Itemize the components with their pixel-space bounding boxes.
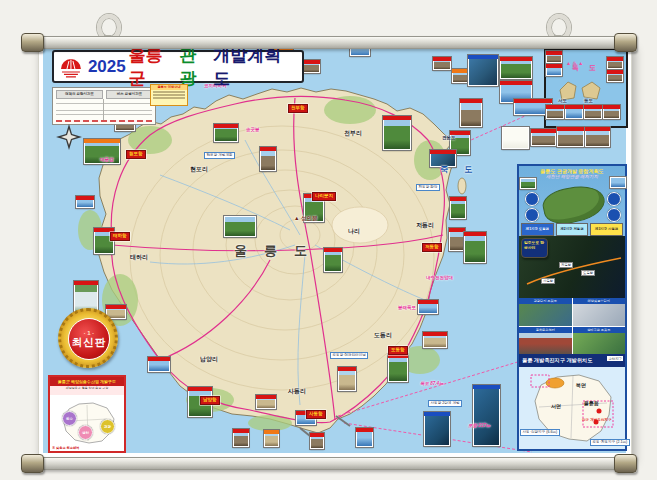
panel-island-graphic bbox=[540, 181, 608, 228]
promo-header-text: 울릉 개발촉진지구 개발위치도 bbox=[522, 357, 592, 363]
ulleung-gun-logo-icon bbox=[58, 55, 84, 79]
latest-edition-badge: · 1 · 최신판 bbox=[58, 308, 118, 368]
inset-circle-1: 취수 bbox=[62, 411, 77, 426]
map-title-box: 2025 울릉군 관광 개발계획도 bbox=[52, 50, 304, 83]
deep-sea-industry-inset: 울릉군 해양심층수산업 개발구도 해양심층수 활용 산업 육성 구상 취수 생산… bbox=[48, 375, 126, 453]
badge-inner-circle: · 1 · 최신판 bbox=[68, 318, 110, 360]
render-caption: 해양심층수단지 bbox=[573, 298, 626, 304]
schedule-table: 여객선 운항시간표 버스 운행시간표 bbox=[52, 87, 156, 125]
promo-side-box: 수산지구 bbox=[607, 356, 623, 361]
panel-satellite-section: 일주도로 항공사진 저동항 도동항 사동항 bbox=[519, 236, 625, 298]
top-rail bbox=[30, 36, 629, 49]
render-caption: 종합문화센터 bbox=[519, 327, 572, 333]
panel-zone-chips: 제1지구 도동권제2지구 저동권제3지구 사동권 bbox=[521, 223, 623, 236]
panel-zone-icon bbox=[607, 208, 621, 222]
rail-end-cap bbox=[21, 454, 44, 473]
schedule-right-header: 버스 운행시간표 bbox=[106, 90, 153, 99]
notice-text-line bbox=[153, 97, 185, 99]
satellite-label: 도동항 bbox=[581, 270, 595, 276]
notice-title: 울릉도 여행안내 bbox=[151, 85, 187, 90]
inset-subtitle: 해양심층수 활용 산업 육성 구상 bbox=[50, 386, 124, 395]
schedule-divider bbox=[103, 99, 104, 121]
title-year: 2025 bbox=[88, 57, 126, 77]
title-tourism: 관광 bbox=[180, 44, 214, 90]
inset-note: ※ 심층수 취수해역 bbox=[52, 446, 79, 450]
panel-zone-icon bbox=[525, 208, 539, 222]
wall-background: 울릉군 해양심층수산업 개발구도 해양심층수 활용 산업 육성 구상 취수 생산… bbox=[0, 0, 657, 480]
satellite-caption: 일주도로 항공사진 bbox=[521, 238, 548, 258]
location-island-drawing bbox=[521, 367, 623, 449]
satellite-label: 저동항 bbox=[559, 262, 573, 268]
dokdo-title: 독 도 bbox=[546, 63, 626, 73]
title-county: 울릉군 bbox=[129, 44, 180, 90]
rail-end-cap bbox=[21, 33, 44, 52]
dokdo-inset: 독 도 bbox=[544, 48, 628, 128]
panel-title-line2: 새천년 해양관광 레저기지 bbox=[519, 174, 625, 179]
inset-circle-2: 생산 bbox=[78, 425, 93, 440]
render-caption: 생태공원 조감도 bbox=[573, 327, 626, 333]
panel-render-grid: 관광단지 조감도해양심층수단지종합문화센터생태공원 조감도 bbox=[519, 298, 625, 354]
inset-header: 울릉군 해양심층수산업 개발구도 bbox=[50, 377, 124, 386]
render-thumbnail: 생태공원 조감도 bbox=[573, 327, 626, 355]
notice-text-line bbox=[153, 91, 185, 93]
compass-rose-icon bbox=[56, 124, 82, 150]
render-thumbnail: 종합문화센터 bbox=[519, 327, 572, 355]
panel-zone-icon bbox=[607, 192, 621, 206]
render-caption: 관광단지 조감도 bbox=[519, 298, 572, 304]
development-panel: 울릉도 관광개발 종합계획도 새천년 해양관광 레저기지 제1지구 도동권제2지… bbox=[517, 164, 627, 451]
rail-end-cap bbox=[614, 33, 637, 52]
promo-location-map bbox=[519, 367, 625, 449]
panel-zone-icon bbox=[525, 192, 539, 206]
rail-end-cap bbox=[614, 454, 637, 473]
zone-chip: 제1지구 도동권 bbox=[521, 223, 554, 236]
schedule-rows bbox=[56, 100, 152, 118]
zone-chip: 제2지구 저동권 bbox=[556, 223, 589, 236]
render-thumbnail: 해양심층수단지 bbox=[573, 298, 626, 326]
title-plan: 개발계획도 bbox=[213, 44, 298, 90]
render-thumbnail: 관광단지 조감도 bbox=[519, 298, 572, 326]
badge-label: 최신판 bbox=[72, 337, 107, 348]
notice-text-line bbox=[153, 94, 185, 96]
inset-circle-3: 관광 bbox=[100, 419, 115, 434]
bottom-rail bbox=[30, 457, 629, 470]
schedule-footnote-row bbox=[56, 120, 152, 123]
panel-plan-map-section: 울릉도 관광개발 종합계획도 새천년 해양관광 레저기지 제1지구 도동권제2지… bbox=[519, 166, 625, 236]
satellite-label: 사동항 bbox=[541, 278, 555, 284]
dokdo-islets-drawing bbox=[554, 76, 610, 106]
schedule-left-header: 여객선 운항시간표 bbox=[56, 90, 103, 99]
zone-chip: 제3지구 사동권 bbox=[590, 223, 623, 236]
promo-zone-header: 울릉 개발촉진지구 개발위치도 수산지구 bbox=[519, 354, 625, 367]
travel-notice-box: 울릉도 여행안내 bbox=[150, 84, 188, 106]
